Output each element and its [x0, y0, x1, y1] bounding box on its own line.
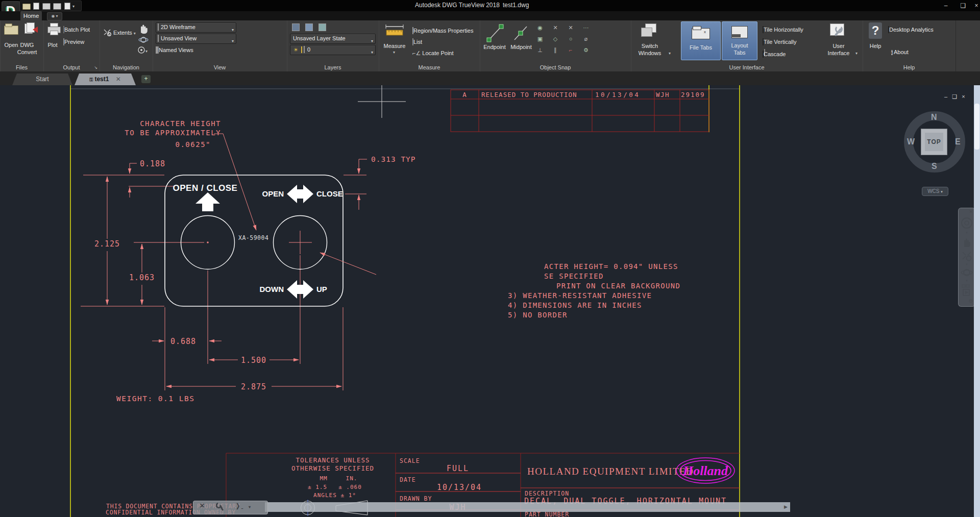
- mini-wrench-icon[interactable]: [216, 502, 224, 513]
- mini-close-icon[interactable]: ✕: [200, 502, 205, 509]
- snap-parallel-icon[interactable]: ∥: [550, 45, 560, 55]
- preview-icon[interactable]: [64, 3, 70, 10]
- switch-windows-button[interactable]: Switch: [632, 43, 668, 49]
- snap-tangent-icon[interactable]: ○: [566, 34, 576, 43]
- close-button[interactable]: ×: [969, 0, 980, 11]
- list-button[interactable]: List: [412, 37, 422, 47]
- tol-line2: OTHERWISE SPECIFIED: [291, 464, 374, 472]
- viewcube-top-face[interactable]: TOP: [921, 129, 947, 155]
- batch-plot-icon[interactable]: [53, 3, 61, 10]
- attach-icon[interactable]: [33, 3, 39, 10]
- qat-dropdown-icon[interactable]: ▾: [72, 4, 79, 10]
- snap-insertion-icon[interactable]: ▣: [535, 34, 545, 43]
- snap-perpendicular-icon[interactable]: ⊥: [535, 45, 545, 55]
- panel-display-toggle[interactable]: ◉ ▾: [47, 12, 62, 20]
- layout-tabs-icon: [731, 26, 748, 39]
- desktop-analytics-button[interactable]: Desktop Analytics: [888, 24, 934, 35]
- plot-icon[interactable]: [42, 3, 51, 10]
- open-icon[interactable]: [22, 4, 31, 10]
- show-motion-icon[interactable]: [959, 283, 975, 298]
- tab-test1-active[interactable]: ⚿ test1 ✕: [75, 73, 136, 85]
- decal-up: UP: [316, 285, 327, 293]
- visual-style-dropdown[interactable]: 2D Wireframe▾: [156, 22, 236, 33]
- horizontal-scrollbar[interactable]: ▶: [265, 502, 790, 512]
- snap-extension-icon[interactable]: ⋯: [581, 23, 591, 32]
- wcs-menu[interactable]: WCS ▾: [922, 187, 948, 196]
- navbar-close-icon[interactable]: ✕: [959, 209, 975, 214]
- minimize-button[interactable]: –: [938, 0, 953, 11]
- doc-minimize-icon[interactable]: –: [944, 93, 947, 100]
- orbit-dropdown-icon[interactable]: ▾: [959, 279, 975, 283]
- tile-vertically-button[interactable]: Tile Vertically: [763, 37, 796, 47]
- zoom-tool-icon[interactable]: [959, 249, 975, 262]
- snap-node-icon[interactable]: ✕: [550, 23, 560, 32]
- pan-hand-icon[interactable]: [138, 22, 149, 34]
- layer-state-dropdown[interactable]: Unsaved Layer State▾: [290, 34, 376, 44]
- plot-button[interactable]: Plot: [41, 42, 64, 48]
- user-interface-button-line2[interactable]: Interface: [821, 50, 856, 56]
- tab-home[interactable]: Home: [20, 11, 42, 20]
- layer-isolate-icon[interactable]: [318, 23, 326, 31]
- full-navigation-wheel-icon[interactable]: [959, 215, 975, 231]
- file-tabs-button[interactable]: x File Tabs: [681, 21, 721, 60]
- tab-start[interactable]: Start: [12, 73, 72, 85]
- locate-point-button[interactable]: ⌐∠ Locate Point: [412, 48, 454, 58]
- midpoint-button[interactable]: Midpoint: [503, 44, 539, 50]
- pan-tool-icon[interactable]: [959, 235, 975, 248]
- view-state-dropdown[interactable]: Unsaved View▾: [156, 34, 236, 44]
- snap-none-icon[interactable]: ⌐: [566, 45, 576, 55]
- measure-dropdown-icon[interactable]: ▾: [393, 50, 395, 55]
- preview-button[interactable]: Preview: [63, 37, 84, 47]
- viewcube-west[interactable]: W: [907, 137, 915, 146]
- scale-value: FULL: [447, 464, 469, 473]
- wheel-dropdown-icon[interactable]: ▾: [959, 231, 975, 235]
- doc-close-icon[interactable]: ×: [962, 93, 965, 100]
- viewcube-south[interactable]: S: [932, 162, 937, 171]
- user-interface-dropdown-icon[interactable]: ▾: [855, 51, 857, 56]
- navbar-collapse-icon[interactable]: ⊖: [959, 298, 975, 304]
- layer-freeze-icon[interactable]: [305, 23, 313, 31]
- help-button[interactable]: Help: [861, 43, 890, 49]
- dwg-convert-button[interactable]: DWG: [15, 42, 39, 48]
- about-button[interactable]: i About: [891, 47, 909, 57]
- layer-dropdown[interactable]: ☀ 0▾: [290, 45, 376, 55]
- layer-properties-icon[interactable]: [292, 23, 300, 31]
- mini-dropdown-icon[interactable]: ▾: [249, 505, 251, 509]
- snap-quadrant-icon[interactable]: ◇: [550, 34, 560, 43]
- panel-files: Open DWG Convert Files: [0, 20, 44, 71]
- snap-center-icon[interactable]: ◉: [535, 23, 545, 32]
- tile-horizontally-button[interactable]: Tile Horizontally: [763, 24, 803, 35]
- tab-close-icon[interactable]: ✕: [116, 76, 121, 83]
- orbit-tool-icon[interactable]: [959, 266, 975, 279]
- cascade-button[interactable]: Cascade: [763, 49, 786, 59]
- doc-restore-icon[interactable]: ❑: [952, 93, 957, 100]
- region-mass-properties-button[interactable]: Region/Mass Properties: [412, 26, 473, 36]
- zoom-dropdown-icon[interactable]: ▾: [959, 262, 975, 266]
- view-state-icon: [158, 35, 159, 42]
- new-tab-button[interactable]: +: [141, 75, 151, 83]
- snap-nearest-icon[interactable]: ⌀: [581, 34, 591, 43]
- scroll-right-icon[interactable]: ▶: [782, 503, 790, 511]
- midpoint-icon[interactable]: [511, 23, 530, 43]
- batch-plot-button[interactable]: Batch Plot: [63, 24, 90, 35]
- named-views-button[interactable]: Named Views: [156, 45, 193, 55]
- measure-button[interactable]: Measure: [380, 43, 409, 49]
- mini-chevron-icon[interactable]: ❭ ̱: [235, 502, 242, 509]
- zoom-extents-button[interactable]: Extents ▾: [103, 28, 136, 38]
- layout-tabs-button[interactable]: Layout Tabs: [722, 21, 757, 60]
- vertical-scrollbar-thumb[interactable]: [974, 104, 979, 150]
- orbit-icon[interactable]: [138, 35, 149, 45]
- user-interface-button[interactable]: User: [821, 43, 856, 49]
- steering-wheel-button[interactable]: ▾: [137, 46, 148, 54]
- switch-windows-button-line2[interactable]: Windows: [632, 50, 668, 56]
- viewcube-east[interactable]: E: [955, 137, 961, 146]
- dim-typ: 0.313 TYP: [371, 155, 416, 163]
- switch-windows-dropdown-icon[interactable]: ▾: [669, 51, 671, 56]
- viewcube-north[interactable]: N: [931, 113, 937, 122]
- measure-icon: [385, 23, 404, 37]
- snap-intersection-icon[interactable]: ✕: [566, 23, 576, 32]
- snap-settings-icon[interactable]: ⚙: [581, 45, 591, 55]
- dwg-convert-button-line2[interactable]: Convert: [15, 49, 39, 55]
- endpoint-icon[interactable]: [486, 23, 504, 43]
- vertical-scrollbar[interactable]: [974, 85, 980, 517]
